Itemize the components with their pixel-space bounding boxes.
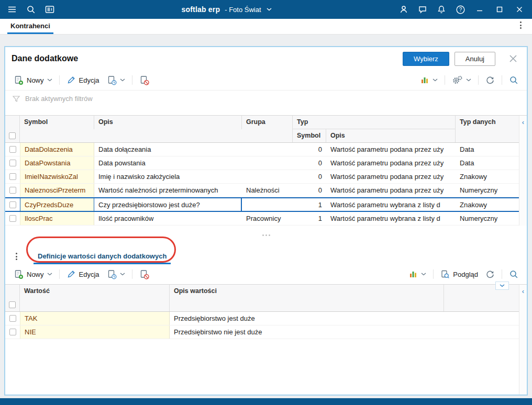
- search-grid-button[interactable]: [506, 73, 522, 87]
- col-header-typ-danych[interactable]: Typ danych: [456, 116, 519, 129]
- cell-opis-focused[interactable]: Czy przedsiębiorstowo jest duże?: [94, 198, 242, 211]
- preview-button[interactable]: Podgląd: [437, 267, 481, 282]
- cell-opis[interactable]: Data powstania: [94, 156, 242, 170]
- table-row[interactable]: ImieINazwiskoZal Imię i nazwisko założyc…: [5, 170, 519, 184]
- col-header-symbol[interactable]: Symbol: [20, 116, 94, 129]
- edit-button[interactable]: Edycja: [63, 73, 103, 87]
- dialog-close-icon[interactable]: [509, 54, 517, 63]
- cell-grupa[interactable]: [242, 156, 293, 170]
- row-checkbox[interactable]: [9, 187, 16, 194]
- column-panel-collapse[interactable]: ‹: [519, 285, 527, 395]
- table-row[interactable]: DataDolaczenia Data dołączeania 0 Wartoś…: [5, 143, 519, 156]
- cell-opis[interactable]: Ilość pracowników: [94, 212, 242, 225]
- col-header-wartosc[interactable]: Wartość: [20, 285, 170, 298]
- col-header-typ-symbol[interactable]: Symbol: [293, 129, 326, 142]
- col-header-typ-opis[interactable]: Opis: [326, 129, 456, 142]
- columns-chart-button[interactable]: [417, 73, 441, 87]
- cell-typ-danych[interactable]: Numeryczny: [456, 184, 519, 197]
- workspace-chevron-down-icon[interactable]: [266, 7, 272, 12]
- cell-typ-opis[interactable]: Wartość parametru wybrana z listy d: [326, 212, 456, 225]
- section-menu-icon[interactable]: [13, 250, 20, 263]
- document-properties-chevron-down-icon[interactable]: [120, 78, 125, 82]
- tab-overflow-menu-icon[interactable]: [517, 18, 525, 32]
- cell-symbol[interactable]: CzyPrzedsDuze: [20, 198, 94, 211]
- cell-opis[interactable]: Imię i nazwisko założyciela: [94, 170, 242, 183]
- cell-opis[interactable]: Data dołączeania: [94, 143, 242, 156]
- cell-symbol[interactable]: DataDolaczenia: [20, 143, 94, 156]
- close-button[interactable]: [510, 0, 529, 19]
- cell-typ-danych[interactable]: Znakowy: [456, 198, 519, 211]
- table-row[interactable]: DataPowstania Data powstania 0 Wartość p…: [5, 156, 519, 170]
- new-button[interactable]: Nowy: [10, 73, 56, 88]
- cell-opis-wartosci[interactable]: Przedsiębirstwo nie jest duże: [170, 325, 444, 339]
- minimize-button[interactable]: [470, 0, 489, 19]
- cell-wartosc[interactable]: NIE: [20, 325, 170, 339]
- news-icon[interactable]: [41, 0, 59, 19]
- cell-symbol[interactable]: DataPowstania: [20, 156, 94, 170]
- tab-kontrahenci[interactable]: Kontrahenci: [7, 22, 53, 34]
- table-row[interactable]: NaleznosciPrzeterm Wartość należności pr…: [5, 184, 519, 197]
- table-row[interactable]: IloscPrac Ilość pracowników Pracownicy 1…: [5, 212, 519, 226]
- row-checkbox[interactable]: [9, 215, 16, 222]
- cell-typ-symbol[interactable]: 0: [293, 156, 326, 170]
- column-panel-collapse[interactable]: ‹: [519, 116, 527, 226]
- row-checkbox[interactable]: [9, 173, 16, 180]
- row-checkbox[interactable]: [9, 160, 16, 166]
- cell-typ-symbol[interactable]: 0: [293, 143, 326, 156]
- cell-grupa[interactable]: [242, 143, 293, 156]
- cell-typ-opis[interactable]: Wartość parametru podana przez uży: [326, 184, 456, 197]
- new-value-button[interactable]: Nowy: [10, 267, 56, 282]
- maximize-button[interactable]: [490, 0, 509, 19]
- cell-grupa[interactable]: [242, 198, 293, 211]
- value-row[interactable]: NIE Przedsiębirstwo nie jest duże: [5, 325, 519, 339]
- bell-icon[interactable]: [433, 0, 450, 19]
- cell-typ-danych[interactable]: Data: [456, 156, 519, 170]
- search-icon[interactable]: [22, 0, 40, 19]
- cell-typ-opis[interactable]: Wartość parametru podana przez uży: [326, 170, 456, 183]
- value-properties-chevron-down-icon[interactable]: [120, 273, 125, 276]
- user-icon[interactable]: [395, 0, 413, 19]
- help-icon[interactable]: ?: [451, 0, 469, 19]
- chat-icon[interactable]: [414, 0, 431, 19]
- splitter-handle[interactable]: [5, 226, 527, 244]
- edit-value-button[interactable]: Edycja: [63, 267, 103, 282]
- select-all-checkbox[interactable]: [9, 301, 16, 308]
- search-values-button[interactable]: [506, 267, 522, 282]
- columns-chart-chevron-down-icon[interactable]: [421, 273, 426, 276]
- cell-typ-opis[interactable]: Wartość parametru podana przez uży: [326, 143, 456, 156]
- row-checkbox[interactable]: [9, 315, 16, 322]
- cell-wartosc[interactable]: TAK: [20, 312, 170, 325]
- settings-chevron-down-icon[interactable]: [466, 78, 471, 82]
- columns-chart-chevron-down-icon[interactable]: [433, 78, 438, 82]
- cell-typ-symbol[interactable]: 0: [293, 184, 326, 197]
- cell-opis[interactable]: Wartość należności przeterminowanych: [94, 184, 242, 197]
- document-properties-button[interactable]: [104, 73, 128, 88]
- cell-typ-opis[interactable]: Wartość parametru podana przez uży: [326, 156, 456, 170]
- select-button[interactable]: Wybierz: [403, 52, 449, 66]
- refresh-values-button[interactable]: [482, 267, 498, 282]
- cell-grupa[interactable]: [242, 170, 293, 183]
- delete-button[interactable]: [136, 73, 152, 88]
- row-checkbox[interactable]: [9, 201, 16, 208]
- row-checkbox[interactable]: [9, 146, 16, 153]
- new-value-chevron-down-icon[interactable]: [47, 273, 52, 276]
- row-checkbox[interactable]: [9, 329, 16, 335]
- cell-typ-danych[interactable]: Numeryczny: [456, 212, 519, 225]
- detail-tab[interactable]: Definicje wartości danych dodatkowych: [34, 248, 171, 264]
- col-header-opis[interactable]: Opis: [94, 116, 242, 129]
- cell-typ-symbol[interactable]: 0: [293, 170, 326, 183]
- menu-icon[interactable]: [3, 0, 21, 19]
- cell-symbol[interactable]: IloscPrac: [20, 212, 94, 225]
- cell-symbol[interactable]: ImieINazwiskoZal: [20, 170, 94, 183]
- select-all-checkbox[interactable]: [9, 132, 16, 139]
- cell-typ-symbol[interactable]: 1: [293, 198, 326, 211]
- col-header-opis-wartosci[interactable]: Opis wartości: [170, 285, 444, 298]
- cell-typ-danych[interactable]: Data: [456, 143, 519, 156]
- refresh-button[interactable]: [482, 73, 498, 87]
- cell-symbol[interactable]: NaleznosciPrzeterm: [20, 184, 94, 197]
- cell-grupa[interactable]: Należności: [242, 184, 293, 197]
- col-header-typ[interactable]: Typ: [293, 116, 456, 129]
- columns-chart-button-2[interactable]: [405, 267, 429, 282]
- col-header-grupa[interactable]: Grupa: [242, 116, 293, 129]
- cell-typ-danych[interactable]: Znakowy: [456, 170, 519, 183]
